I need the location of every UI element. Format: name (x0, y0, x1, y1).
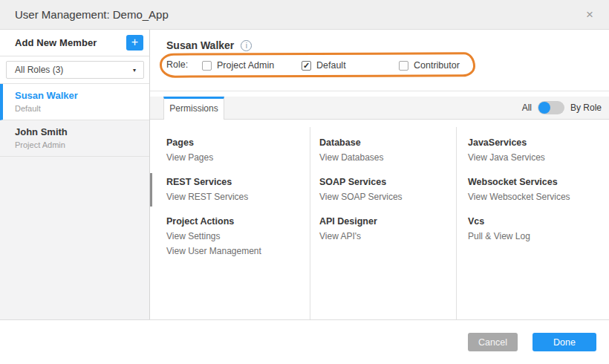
checkbox-contributor[interactable] (399, 61, 408, 71)
permission-group-title: API Designer (319, 215, 456, 229)
all-by-role-toggle[interactable] (538, 101, 564, 114)
member-row-susan-walker[interactable]: Susan Walker Default (0, 84, 149, 120)
permission-item: Pull & View Log (468, 229, 609, 244)
chevron-down-icon: ▾ (133, 67, 136, 74)
member-role: Project Admin (15, 140, 142, 149)
done-button[interactable]: Done (533, 333, 596, 351)
permission-item: View Websocket Services (468, 189, 609, 204)
add-member-label: Add New Member (15, 37, 97, 48)
member-detail-header: Susan Walker i (166, 39, 252, 51)
header-divider (150, 91, 609, 91)
role-filter-wrap: All Roles (3) ▾ (0, 56, 149, 83)
permission-group: API Designer View API's (319, 215, 456, 244)
dialog-title: User Management: Demo_App (15, 0, 169, 30)
permission-group: Project Actions View Settings View User … (166, 215, 310, 259)
permissions-tabbar: Permissions All By Role (150, 97, 609, 120)
permission-group-title: REST Services (166, 175, 310, 189)
role-filter-value: All Roles (3) (15, 65, 63, 75)
cancel-button[interactable]: Cancel (468, 333, 518, 351)
permission-item: View Settings (166, 229, 310, 244)
checkbox-label: Contributor (414, 60, 460, 71)
toggle-knob (538, 102, 550, 114)
permission-group: Vcs Pull & View Log (468, 215, 609, 244)
checkbox-project-admin[interactable] (202, 61, 212, 71)
tab-permissions[interactable]: Permissions (163, 97, 224, 120)
checkbox-label: Default (316, 60, 346, 71)
dialog-footer: Cancel Done (0, 319, 609, 364)
permission-group: JavaServices View Java Services (468, 136, 609, 165)
add-member-row: Add New Member + (0, 30, 149, 56)
add-member-button[interactable]: + (126, 35, 143, 51)
permission-item: View Databases (319, 150, 456, 165)
member-list: Susan Walker Default John Smith Project … (0, 83, 149, 319)
role-label: Role: (166, 59, 188, 70)
member-name: Susan Walker (15, 90, 142, 101)
role-option-default: Default (302, 56, 346, 74)
member-role: Default (15, 104, 142, 113)
permission-item: View Java Services (468, 150, 609, 165)
toggle-label-by-role: By Role (570, 103, 602, 113)
member-detail-name: Susan Walker (166, 39, 234, 51)
permission-item: View SOAP Services (319, 189, 456, 204)
role-checkbox-row: Role: Project Admin Default Contributor (166, 56, 582, 74)
info-icon[interactable]: i (241, 40, 252, 51)
permission-group-title: Project Actions (166, 215, 310, 229)
checkbox-label: Project Admin (217, 60, 274, 71)
permission-group: Websocket Services View Websocket Servic… (468, 175, 609, 204)
view-toggle-area: All By Role (522, 97, 602, 119)
checkbox-default[interactable] (302, 61, 311, 71)
role-option-contributor: Contributor (399, 56, 460, 74)
permission-group: Pages View Pages (166, 136, 310, 165)
user-management-dialog: User Management: Demo_App × Add New Memb… (0, 0, 609, 364)
permissions-column-1: Pages View Pages REST Services View REST… (150, 127, 310, 319)
permission-group: SOAP Services View SOAP Services (319, 175, 456, 204)
permission-group-title: Pages (166, 136, 310, 150)
permission-group: Database View Databases (319, 136, 456, 165)
member-row-john-smith[interactable]: John Smith Project Admin (0, 120, 149, 157)
permissions-column-2: Database View Databases SOAP Services Vi… (310, 127, 456, 319)
permission-item: View REST Services (166, 189, 310, 204)
permission-group-title: SOAP Services (319, 175, 456, 189)
member-detail-panel: Susan Walker i Role: Project Admin Defau… (150, 30, 609, 319)
permission-item: View API's (319, 229, 456, 244)
permission-item: View Pages (166, 150, 310, 165)
members-sidebar: Add New Member + All Roles (3) ▾ Susan W… (0, 30, 150, 319)
permission-group-title: Database (319, 136, 456, 150)
member-name: John Smith (15, 126, 142, 137)
permission-group-title: Vcs (468, 215, 609, 229)
permission-group: REST Services View REST Services (166, 175, 310, 204)
permissions-grid: Pages View Pages REST Services View REST… (150, 127, 609, 319)
role-filter-dropdown[interactable]: All Roles (3) ▾ (6, 61, 144, 79)
toggle-label-all: All (522, 103, 532, 113)
permission-item: View User Management (166, 244, 310, 259)
permission-group-title: JavaServices (468, 136, 609, 150)
permissions-column-3: JavaServices View Java Services Websocke… (456, 127, 609, 319)
close-icon[interactable]: × (581, 0, 599, 30)
dialog-titlebar: User Management: Demo_App × (0, 0, 609, 30)
role-option-project-admin: Project Admin (202, 56, 274, 74)
permission-group-title: Websocket Services (468, 175, 609, 189)
